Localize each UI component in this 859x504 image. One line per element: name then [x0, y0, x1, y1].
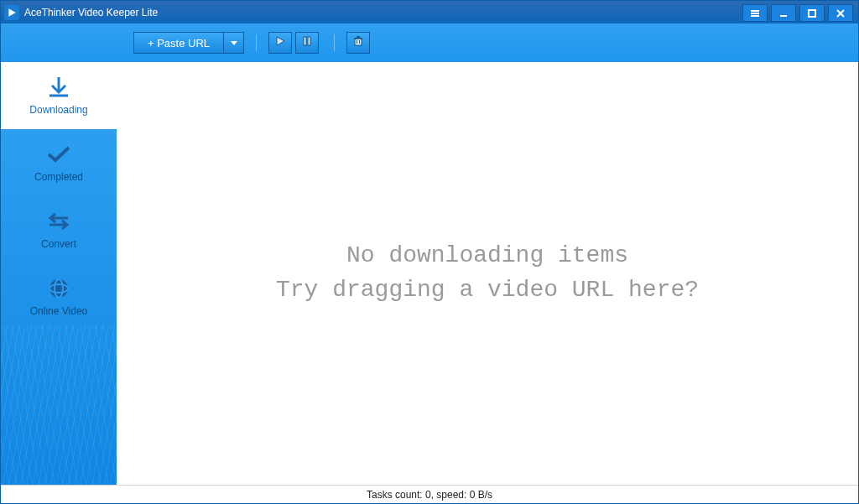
svg-rect-11: [308, 37, 310, 45]
app-title: AceThinker Video Keeper Lite: [24, 7, 158, 18]
sidebar-item-label: Downloading: [29, 104, 87, 116]
paste-url-group: + Paste URL: [133, 32, 244, 54]
sidebar: Downloading Completed Convert Online Vid…: [1, 62, 117, 485]
svg-point-19: [49, 279, 68, 298]
app-window: AceThinker Video Keeper Lite + Paste URL: [0, 0, 859, 504]
sidebar-item-convert[interactable]: Convert: [1, 196, 117, 263]
swap-arrows-icon: [44, 210, 74, 233]
maximize-button[interactable]: [799, 4, 825, 22]
sidebar-item-label: Completed: [34, 171, 83, 183]
sidebar-item-completed[interactable]: Completed: [1, 129, 117, 196]
check-icon: [44, 143, 74, 166]
toolbar-separator: [256, 34, 257, 51]
sidebar-item-label: Convert: [41, 238, 76, 250]
delete-button[interactable]: [346, 32, 370, 54]
svg-marker-8: [231, 41, 237, 45]
sidebar-item-downloading[interactable]: Downloading: [1, 62, 117, 129]
empty-state-line2: Try dragging a video URL here?: [276, 273, 699, 308]
download-icon: [44, 75, 74, 99]
sidebar-item-online-video[interactable]: Online Video: [1, 263, 117, 330]
pause-button[interactable]: [295, 32, 319, 54]
svg-rect-10: [304, 37, 306, 45]
trash-icon: [352, 35, 364, 50]
body: Downloading Completed Convert Online Vid…: [1, 62, 858, 485]
titlebar: AceThinker Video Keeper Lite: [1, 1, 858, 23]
status-bar: Tasks count: 0, speed: 0 B/s: [1, 485, 858, 503]
play-icon: [274, 35, 286, 50]
empty-state: No downloading items Try dragging a vide…: [276, 239, 699, 307]
menu-button[interactable]: [742, 4, 768, 22]
svg-rect-12: [355, 39, 362, 45]
empty-state-line1: No downloading items: [276, 239, 699, 273]
svg-rect-5: [809, 10, 815, 17]
sidebar-item-label: Online Video: [30, 305, 88, 317]
paste-url-dropdown[interactable]: [224, 32, 244, 54]
status-text: Tasks count: 0, speed: 0 B/s: [367, 489, 492, 501]
globe-icon: [44, 277, 74, 300]
start-button[interactable]: [268, 32, 292, 54]
svg-marker-9: [277, 37, 284, 45]
paste-url-button[interactable]: + Paste URL: [133, 32, 224, 54]
svg-marker-0: [8, 8, 15, 17]
pause-icon: [301, 35, 313, 50]
minimize-button[interactable]: [771, 4, 796, 22]
toolbar: + Paste URL: [1, 23, 858, 62]
app-logo-icon: [4, 5, 19, 20]
close-button[interactable]: [828, 4, 853, 22]
main-area[interactable]: No downloading items Try dragging a vide…: [117, 62, 858, 485]
toolbar-separator: [334, 34, 335, 51]
